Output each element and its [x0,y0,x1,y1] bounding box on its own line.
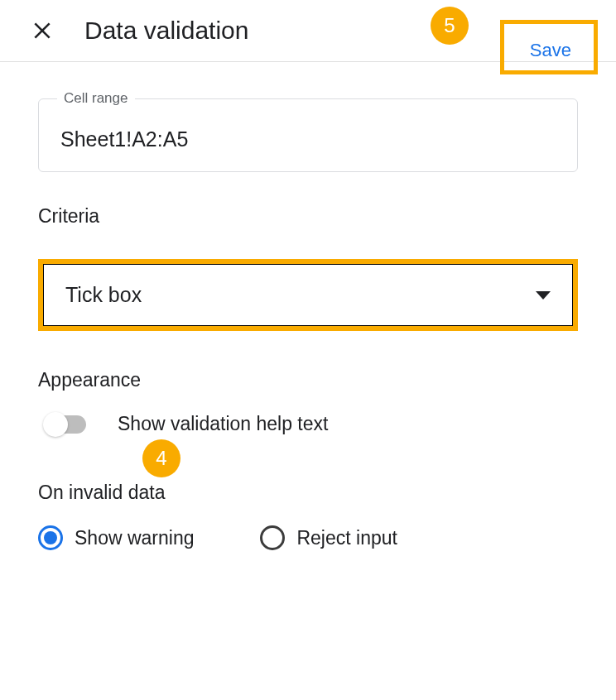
criteria-dropdown-value: Tick box [65,283,142,307]
help-text-toggle-label: Show validation help text [118,413,328,435]
cell-range-value: Sheet1!A2:A5 [60,127,556,151]
criteria-label: Criteria [38,205,578,228]
cell-range-field[interactable]: Cell range Sheet1!A2:A5 [38,98,578,172]
criteria-dropdown[interactable]: Tick box [43,264,573,326]
content: Cell range Sheet1!A2:A5 Criteria 4 Tick … [0,62,616,550]
toggle-knob [43,412,68,437]
invalid-data-section: On invalid data Show warning Reject inpu… [38,482,578,550]
radio-show-warning-label: Show warning [75,527,194,549]
annotation-step-5: 5 [431,7,469,45]
annotation-highlight-criteria: Tick box [38,259,578,331]
radio-icon-unselected [260,525,285,550]
help-text-toggle-row: Show validation help text [38,413,578,435]
radio-reject-input-label: Reject input [296,527,397,549]
header: Data validation Save [0,0,616,62]
radio-show-warning[interactable]: Show warning [38,525,194,550]
cell-range-label: Cell range [57,90,135,107]
invalid-data-label: On invalid data [38,482,578,504]
criteria-section: Criteria 4 Tick box [38,205,578,331]
radio-icon-selected [38,525,63,550]
appearance-section: Appearance Show validation help text [38,369,578,435]
page-title: Data validation [84,17,248,45]
radio-reject-input[interactable]: Reject input [260,525,397,550]
appearance-label: Appearance [38,369,578,391]
invalid-data-radio-group: Show warning Reject input [38,525,578,550]
help-text-toggle[interactable] [45,415,86,434]
annotation-step-4: 4 [142,439,180,477]
close-icon[interactable] [31,20,53,41]
save-button[interactable]: Save [510,28,591,73]
chevron-down-icon [536,291,551,300]
